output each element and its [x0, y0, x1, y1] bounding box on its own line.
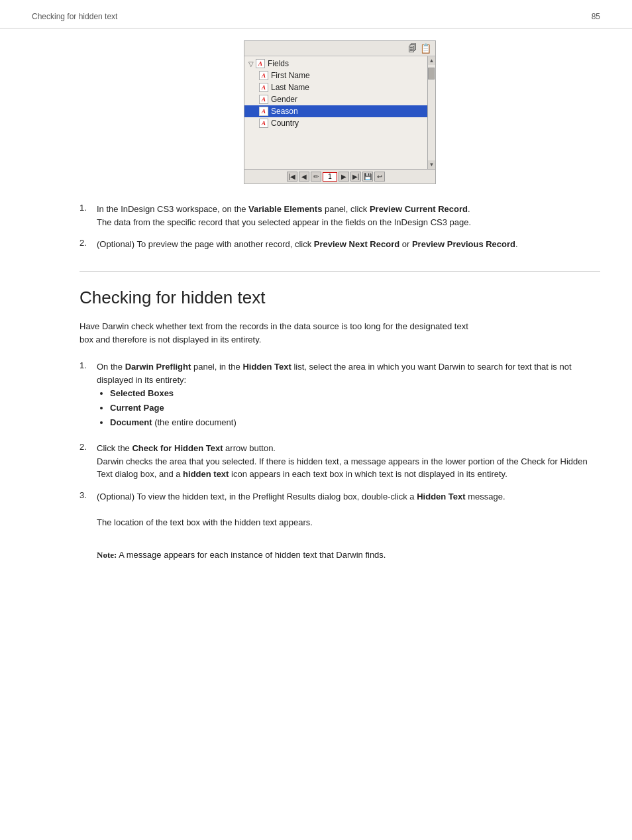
ss3-after: message.: [466, 492, 505, 501]
ss2-before: Click the: [97, 443, 132, 453]
section-step3-num: 3.: [79, 490, 94, 500]
item-icon-season: A: [259, 107, 268, 116]
panel-list: ▽ A Fields A First Name A Last Name: [244, 56, 427, 169]
copy-icon[interactable]: 🗐: [408, 43, 417, 54]
panel-toolbar: 🗐 📋: [244, 41, 435, 56]
step1-text-after: .: [468, 204, 470, 214]
panel-footer: |◀ ◀ ✏ ▶ ▶| 💾 ↩: [244, 169, 435, 184]
step1-bold1: Variable Elements: [248, 204, 322, 214]
header-title: Checking for hidden text: [32, 12, 117, 21]
record-input[interactable]: [323, 172, 337, 182]
step2-text-before: (Optional) To preview the page with anot…: [97, 239, 314, 249]
step2-text-mid: or: [399, 239, 412, 249]
panel-box: 🗐 📋 ▽ A Fields A: [244, 40, 436, 184]
note-label: Note:: [97, 550, 117, 560]
main-content: 🗐 📋 ▽ A Fields A: [0, 40, 632, 561]
section-step3: 3. (Optional) To view the hidden text, i…: [79, 490, 600, 562]
panel-scrollbar: ▲ ▼: [427, 56, 435, 169]
step1-sub-text: The data from the specific record that y…: [97, 217, 471, 227]
step2-text-after: .: [515, 239, 518, 249]
section-step3-text: (Optional) To view the hidden text, in t…: [97, 490, 505, 562]
step1-text-mid: panel, click: [322, 204, 370, 214]
step2-bold1: Preview Next Record: [314, 239, 399, 249]
last-record-btn[interactable]: ▶|: [350, 172, 361, 182]
bullet-list: Selected Boxes Current Page Document (th…: [110, 386, 600, 430]
item-icon-gender: A: [259, 95, 268, 104]
item-label-country: Country: [271, 119, 299, 128]
section-instructions: 1. On the Darwin Preflight panel, in the…: [79, 360, 600, 561]
first-record-btn[interactable]: |◀: [287, 172, 297, 182]
prev-record-btn[interactable]: ◀: [299, 172, 309, 182]
item-icon-lastname: A: [259, 83, 268, 92]
panel-item-gender[interactable]: A Gender: [244, 93, 427, 105]
panel-item-lastname[interactable]: A Last Name: [244, 81, 427, 93]
section-icon: A: [256, 59, 265, 68]
save-btn[interactable]: 💾: [362, 172, 373, 182]
item-label-gender: Gender: [271, 95, 297, 104]
instruction-item-2: 2. (Optional) To preview the page with a…: [79, 238, 600, 251]
section-step1-num: 1.: [79, 360, 94, 370]
scroll-down-arrow[interactable]: ▼: [429, 160, 435, 169]
step2-text: (Optional) To preview the page with anot…: [97, 238, 518, 251]
ss2-bold1: Check for Hidden Text: [132, 443, 223, 453]
page-header: Checking for hidden text 85: [0, 0, 632, 28]
bullet-current-page: Current Page: [110, 401, 600, 415]
note-block: Note: A message appears for each instanc…: [97, 549, 505, 562]
panel-main: ▽ A Fields A First Name A Last Name: [244, 56, 427, 169]
panel-item-season[interactable]: A Season: [244, 105, 427, 117]
panel-section-header: ▽ A Fields: [244, 58, 427, 70]
paste-icon[interactable]: 📋: [420, 43, 431, 54]
ss1-mid: panel, in the: [191, 362, 242, 372]
note-text: A message appears for each instance of h…: [117, 550, 386, 560]
scroll-thumb: [428, 68, 435, 79]
bullet-document: Document (the entire document): [110, 415, 600, 430]
step2-bold2: Preview Previous Record: [412, 239, 515, 249]
section-arrow: ▽: [248, 60, 254, 68]
section-step1-text: On the Darwin Preflight panel, in the Hi…: [97, 360, 600, 433]
section-intro: Have Darwin check whether text from the …: [79, 320, 477, 348]
panel-footer-controls: |◀ ◀ ✏ ▶ ▶| 💾 ↩: [244, 170, 427, 184]
header-page-num: 85: [592, 12, 600, 21]
section-step2-num: 2.: [79, 442, 94, 452]
panel-item-firstname[interactable]: A First Name: [244, 70, 427, 81]
panel-container: 🗐 📋 ▽ A Fields A: [79, 40, 600, 184]
panel-item-country[interactable]: A Country: [244, 117, 427, 129]
next-record-btn[interactable]: ▶: [339, 172, 349, 182]
item-label-lastname: Last Name: [271, 83, 309, 92]
ss1-before: On the: [97, 362, 125, 372]
ss3-before: (Optional) To view the hidden text, in t…: [97, 492, 417, 501]
section-step1: 1. On the Darwin Preflight panel, in the…: [79, 360, 600, 433]
section-step2: 2. Click the Check for Hidden Text arrow…: [79, 442, 600, 481]
ss2-sub2: icon appears in each text box in which t…: [229, 469, 507, 479]
section-step2-text: Click the Check for Hidden Text arrow bu…: [97, 442, 600, 481]
bullet-selected-boxes: Selected Boxes: [110, 386, 600, 401]
step1-text: In the InDesign CS3 workspace, on the Va…: [97, 203, 471, 229]
fields-label: Fields: [268, 59, 289, 68]
instructions-block: 1. In the InDesign CS3 workspace, on the…: [79, 203, 600, 251]
ss2-bold2: hidden text: [183, 469, 229, 479]
step1-num: 1.: [79, 203, 94, 213]
ss3-bold1: Hidden Text: [417, 492, 465, 501]
step1-bold2: Preview Current Record: [370, 204, 468, 214]
scroll-track: [428, 65, 435, 160]
panel-with-scroll: ▽ A Fields A First Name A Last Name: [244, 56, 435, 169]
item-icon-firstname: A: [259, 71, 268, 80]
item-label-season: Season: [271, 107, 298, 116]
edit-btn[interactable]: ✏: [311, 172, 321, 182]
section-heading: Checking for hidden text: [79, 271, 600, 308]
refresh-btn[interactable]: ↩: [374, 172, 385, 182]
ss1-bold1: Darwin Preflight: [125, 362, 191, 372]
ss2-after: arrow button.: [223, 443, 276, 453]
scroll-up-arrow[interactable]: ▲: [429, 56, 435, 65]
item-icon-country: A: [259, 119, 268, 128]
instruction-item-1: 1. In the InDesign CS3 workspace, on the…: [79, 203, 600, 229]
item-label-firstname: First Name: [271, 71, 310, 80]
ss3-sub1: The location of the text box with the hi…: [97, 517, 313, 527]
ss1-bold2: Hidden Text: [242, 362, 291, 372]
step2-num: 2.: [79, 238, 94, 248]
step1-text-before: In the InDesign CS3 workspace, on the: [97, 204, 248, 214]
